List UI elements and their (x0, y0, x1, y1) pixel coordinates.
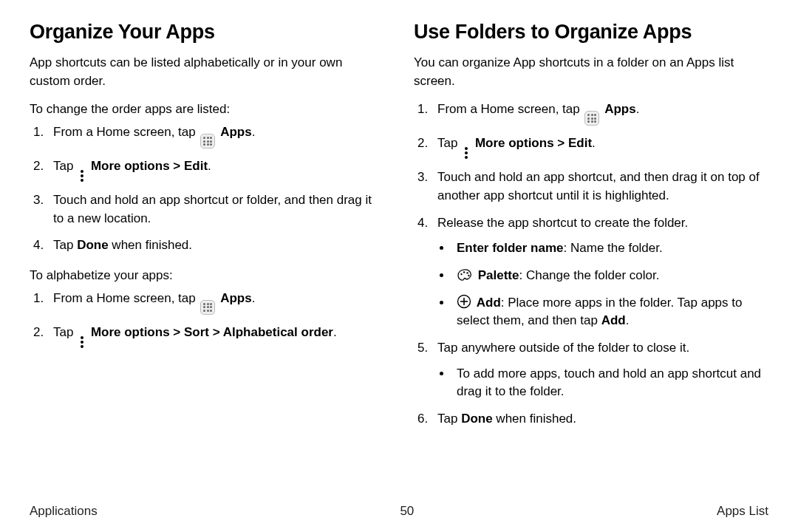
text: . (636, 102, 640, 116)
footer-left: Applications (30, 504, 98, 519)
svg-point-0 (460, 273, 462, 275)
more-options-label: More options (475, 136, 554, 150)
text: . (252, 291, 256, 305)
done-label: Done (77, 238, 109, 252)
ordered-list-folders: From a Home screen, tap Apps. Tap More o… (414, 100, 768, 428)
step-4: Tap Done when finished. (47, 236, 384, 255)
bullet-add: Add: Place more apps in the folder. Tap … (452, 294, 768, 330)
apps-label: Apps (220, 291, 252, 305)
done-label: Done (461, 412, 493, 426)
text: Tap (437, 136, 461, 150)
alpha-label: Alphabetical order (223, 325, 333, 339)
label: Add (477, 296, 501, 310)
ordered-list-alpha: From a Home screen, tap Apps. Tap More o… (30, 290, 384, 349)
text: Release the app shortcut to create the f… (437, 216, 688, 230)
step-6: Tap Done when finished. (432, 410, 768, 429)
text: Tap anywhere outside of the folder to cl… (437, 341, 689, 355)
add-label: Add (601, 313, 626, 327)
text: . (333, 325, 337, 339)
intro-text: App shortcuts can be listed alphabetical… (30, 54, 384, 90)
content-columns: Organize Your Apps App shortcuts can be … (30, 18, 768, 499)
sublist: Enter folder name: Name the folder. Pale… (437, 239, 768, 330)
step-1: From a Home screen, tap Apps. (432, 100, 768, 126)
text: : Name the folder. (564, 241, 663, 255)
text: From a Home screen, tap (437, 102, 583, 116)
label: Enter folder name (457, 241, 564, 255)
palette-icon (457, 268, 473, 282)
page: Organize Your Apps App shortcuts can be … (0, 0, 798, 532)
heading-organize: Organize Your Apps (30, 18, 384, 47)
bullet-enter-name: Enter folder name: Name the folder. (452, 239, 768, 258)
sep: > (554, 136, 568, 150)
more-options-icon (78, 335, 86, 349)
bullet-add-more: To add more apps, touch and hold an app … (452, 365, 768, 401)
svg-point-3 (468, 275, 469, 276)
intro-text: You can organize App shortcuts in a fold… (414, 54, 768, 90)
text: . (626, 313, 630, 327)
left-column: Organize Your Apps App shortcuts can be … (30, 18, 384, 499)
footer-right: Apps List (717, 504, 768, 519)
text: Tap (437, 412, 461, 426)
step-3: Touch and hold an app shortcut, and then… (432, 168, 768, 205)
step-2: Tap More options > Edit. (47, 157, 384, 183)
add-icon (457, 294, 471, 309)
text: . (252, 125, 256, 139)
step-5: Tap anywhere outside of the folder to cl… (432, 339, 768, 401)
apps-icon (200, 300, 215, 315)
step-2: Tap More options > Edit. (432, 134, 768, 160)
page-number: 50 (400, 504, 414, 519)
text: Tap (53, 159, 77, 173)
step-4: Release the app shortcut to create the f… (432, 214, 768, 330)
text: . (208, 159, 211, 173)
text: when finished. (493, 412, 576, 426)
step-1: From a Home screen, tap Apps. (47, 123, 384, 149)
text: Tap (53, 238, 77, 252)
text: From a Home screen, tap (53, 291, 199, 305)
footer: Applications 50 Apps List (30, 499, 768, 519)
text: when finished. (109, 238, 192, 252)
sublist: To add more apps, touch and hold an app … (437, 365, 768, 401)
more-options-label: More options (91, 325, 170, 339)
step-a2: Tap More options > Sort > Alphabetical o… (47, 324, 384, 349)
text: . (592, 136, 596, 150)
heading-folders: Use Folders to Organize Apps (414, 18, 768, 47)
text: From a Home screen, tap (53, 125, 199, 139)
sep: > (170, 159, 184, 173)
bullet-palette: Palette: Change the folder color. (452, 267, 768, 285)
text: Tap (53, 325, 77, 339)
apps-label: Apps (604, 102, 636, 116)
apps-icon (200, 134, 215, 149)
svg-point-2 (466, 272, 468, 273)
label: Palette (478, 268, 519, 282)
sort-label: Sort (184, 325, 209, 339)
text: : Change the folder color. (519, 268, 659, 282)
subhead-alphabetize: To alphabetize your apps: (30, 267, 384, 285)
svg-point-1 (463, 271, 465, 273)
more-options-icon (463, 146, 470, 160)
more-options-icon (78, 169, 86, 183)
subhead-change-order: To change the order apps are listed: (30, 100, 384, 119)
ordered-list-change: From a Home screen, tap Apps. Tap More o… (30, 123, 384, 255)
sep: > (209, 325, 223, 339)
right-column: Use Folders to Organize Apps You can org… (414, 18, 768, 499)
edit-label: Edit (184, 159, 208, 173)
step-a1: From a Home screen, tap Apps. (47, 290, 384, 315)
more-options-label: More options (91, 159, 170, 173)
sep: > (170, 325, 184, 339)
step-3: Touch and hold an app shortcut or folder… (47, 191, 384, 228)
apps-label: Apps (220, 125, 252, 139)
apps-icon (584, 111, 599, 126)
edit-label: Edit (568, 136, 592, 150)
